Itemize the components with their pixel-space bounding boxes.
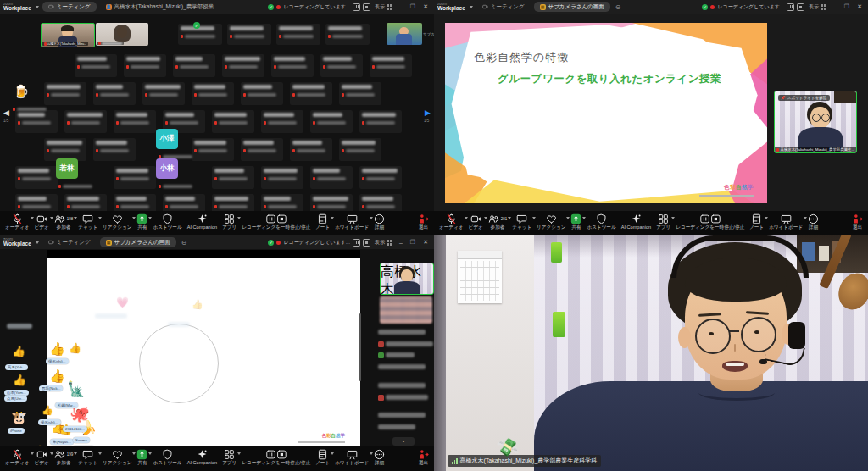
toolbar-video-button[interactable]: ビデオ — [32, 213, 52, 230]
tab-meeting[interactable]: ミーティング — [42, 2, 97, 12]
participant-tile[interactable] — [370, 54, 412, 77]
sidebar-participant-row[interactable] — [378, 341, 433, 347]
toolbar-reactions-button[interactable]: リアクション — [100, 448, 134, 466]
spotlight-pill[interactable]: 📌 スポットライトを解除 — [778, 95, 830, 101]
toolbar-share-button[interactable]: 共有 — [568, 213, 584, 230]
participant-tile[interactable] — [212, 166, 254, 189]
sidebar-participant-row[interactable] — [378, 363, 426, 370]
maximize-button[interactable]: ❐ — [408, 239, 418, 246]
participant-tile[interactable] — [192, 82, 234, 105]
toolbar-reactions-button[interactable]: リアクション — [534, 213, 568, 230]
participant-tile[interactable] — [261, 110, 303, 133]
participant-tile[interactable] — [359, 166, 402, 189]
toolbar-share-button[interactable]: 共有 — [134, 213, 150, 230]
participant-tile[interactable] — [359, 110, 402, 133]
minimize-button[interactable]: – — [397, 4, 405, 10]
sidebar-participant-row[interactable] — [378, 382, 426, 389]
toolbar-apps-button[interactable]: アプリ — [654, 213, 673, 230]
sidebar-participant-row[interactable] — [378, 394, 428, 401]
view-button[interactable]: 表示 — [373, 3, 394, 11]
participant-tile[interactable] — [227, 24, 271, 45]
pause-recording-icon[interactable] — [353, 3, 360, 11]
maximize-button[interactable]: ❐ — [842, 3, 852, 10]
participant-tile[interactable] — [339, 82, 381, 105]
participant-tile[interactable] — [326, 24, 370, 45]
participant-tile[interactable] — [241, 138, 283, 161]
app-brand[interactable]: zoomWorkplace — [3, 3, 31, 12]
sidebar-video-blurred[interactable] — [380, 296, 432, 324]
pause-recording-icon[interactable] — [353, 239, 360, 247]
whiteboard-canvas[interactable]: 色彩自然学 — [47, 258, 360, 447]
tab-options-icon[interactable]: ⊖ — [181, 239, 187, 247]
minimize-button[interactable]: – — [397, 240, 405, 246]
toolbar-ai-companion-button[interactable]: AI Companion — [185, 213, 220, 230]
participant-tile[interactable] — [124, 54, 166, 77]
participant-tile[interactable] — [339, 138, 381, 161]
app-brand[interactable]: zoomWorkplace — [3, 238, 31, 247]
toolbar-whiteboard-button[interactable]: ホワイトボード — [332, 448, 371, 466]
participant-tile[interactable] — [212, 110, 254, 133]
tab-subcam[interactable]: ▦サブカメラさんの画面 — [100, 237, 176, 247]
toolbar-host-tools-button[interactable]: ホストツール — [150, 213, 184, 230]
avatar-tile[interactable]: 小林 — [156, 158, 178, 179]
participant-tile[interactable] — [310, 166, 353, 189]
participant-tile[interactable] — [310, 110, 353, 133]
participant-tile[interactable] — [222, 54, 264, 77]
participant-tile[interactable] — [114, 110, 156, 133]
participant-tile[interactable] — [64, 110, 107, 133]
tab-subcam[interactable]: ▦サブカメラさんの画面 — [534, 2, 610, 12]
video-thumbnail-speaker[interactable]: 📌 スポットライトを解除 高橋水木(Takahashi_Mizuki)_農学部農… — [774, 91, 857, 153]
toolbar-whiteboard-button[interactable]: ホワイトボード — [332, 213, 371, 230]
participant-tile[interactable] — [114, 166, 156, 189]
toolbar-share-button[interactable]: 共有 — [134, 448, 150, 466]
sidebar-collapse-button[interactable]: ⌄ — [392, 437, 415, 446]
brand-dropdown-caret-icon[interactable] — [470, 6, 473, 8]
tab-meeting[interactable]: ミーティング — [42, 237, 97, 247]
toolbar-ai-companion-button[interactable]: AI Companion — [619, 213, 654, 230]
toolbar-whiteboard-button[interactable]: ホワイトボード — [766, 213, 805, 230]
next-page-arrow[interactable]: ▶ — [425, 108, 431, 117]
sidebar-participant-row[interactable] — [378, 329, 426, 335]
sidebar-participant-row[interactable] — [378, 424, 415, 430]
participant-tile[interactable] — [192, 138, 234, 161]
app-brand[interactable]: zoomWorkplace — [437, 3, 465, 12]
toolbar-audio-button[interactable]: オーディオ — [437, 213, 466, 230]
participant-tile[interactable] — [15, 110, 58, 133]
sidebar-participant-row[interactable] — [378, 412, 426, 418]
sidebar-scrollbar[interactable] — [359, 313, 361, 381]
sidebar-participant-row[interactable] — [378, 352, 415, 358]
toolbar-ai-companion-button[interactable]: AI Companion — [185, 448, 220, 466]
toolbar-apps-button[interactable]: アプリ — [220, 213, 239, 230]
participant-tile[interactable] — [44, 82, 86, 105]
toolbar-participants-button[interactable]: 199参加者 — [52, 448, 76, 466]
toolbar-audio-button[interactable]: オーディオ — [3, 448, 32, 466]
participant-tile[interactable] — [75, 54, 117, 77]
toolbar-leave-button[interactable]: 退出 — [415, 213, 431, 230]
participant-tile[interactable] — [290, 138, 332, 161]
stop-recording-icon[interactable] — [363, 3, 370, 11]
tab-meeting[interactable]: ミーティング — [476, 2, 531, 12]
stop-recording-icon[interactable] — [363, 239, 370, 247]
toolbar-recording-button[interactable]: レコーディングを一時停止/停止 — [673, 213, 747, 230]
toolbar-video-button[interactable]: ビデオ — [466, 213, 486, 230]
participant-tile[interactable] — [15, 166, 58, 189]
minimize-button[interactable]: – — [831, 4, 839, 10]
toolbar-reactions-button[interactable]: リアクション — [100, 213, 134, 230]
prev-page-arrow[interactable]: ◀ — [3, 108, 9, 117]
toolbar-chat-button[interactable]: チャット — [75, 213, 100, 230]
participant-tile[interactable] — [44, 138, 86, 161]
avatar-tile[interactable]: 🍺 — [10, 81, 32, 102]
toolbar-participants-button[interactable]: 201参加者 — [486, 213, 510, 230]
view-button[interactable]: 表示 — [807, 3, 828, 11]
participant-tile[interactable] — [178, 24, 222, 45]
participant-tile[interactable] — [271, 54, 314, 77]
toolbar-more-button[interactable]: 詳細 — [371, 448, 387, 466]
toolbar-more-button[interactable]: 詳細 — [371, 213, 387, 230]
toolbar-recording-button[interactable]: レコーディングを一時停止/停止 — [239, 448, 313, 466]
view-button[interactable]: 表示 — [373, 239, 394, 247]
toolbar-leave-button[interactable]: 退出 — [849, 213, 865, 230]
toolbar-notes-button[interactable]: ノート — [313, 448, 332, 466]
brand-dropdown-caret-icon[interactable] — [36, 241, 39, 244]
toolbar-host-tools-button[interactable]: ホストツール — [584, 213, 618, 230]
participant-tile[interactable] — [93, 138, 136, 161]
